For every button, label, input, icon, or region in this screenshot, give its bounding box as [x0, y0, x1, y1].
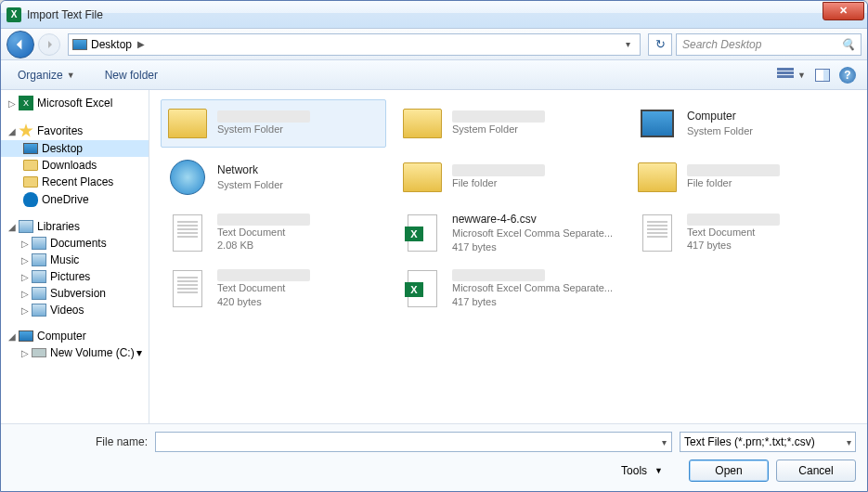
- tree-item-computer[interactable]: ◢Computer: [1, 328, 149, 344]
- tile-sub1: System Folder: [687, 124, 753, 138]
- documents-icon: [32, 237, 46, 250]
- organize-button[interactable]: Organize▼: [12, 65, 81, 85]
- close-button[interactable]: ✕: [823, 2, 864, 20]
- nav-back-button[interactable]: [6, 31, 34, 58]
- onedrive-icon: [23, 192, 38, 207]
- help-button[interactable]: ?: [839, 67, 856, 84]
- tree-item-subversion[interactable]: ▷Subversion: [1, 285, 149, 302]
- tree-item-excel[interactable]: ▷XMicrosoft Excel: [1, 94, 149, 112]
- tree-item-desktop[interactable]: Desktop: [1, 140, 149, 157]
- file-dialog-window: X Import Text File ✕ Desktop ▶ ▾ ↻ Searc…: [0, 0, 868, 492]
- tree-item-videos[interactable]: ▷Videos: [1, 302, 149, 318]
- filename-dropdown[interactable]: ▾: [656, 437, 671, 447]
- tile-sub2: 2.08 KB: [217, 239, 310, 252]
- search-placeholder: Search Desktop: [682, 38, 761, 51]
- tile-meta: ComputerSystem Folder: [687, 109, 753, 137]
- tile-name: [452, 164, 545, 176]
- tile-sub1: Microsoft Excel Comma Separate...: [452, 281, 613, 295]
- open-button[interactable]: Open: [689, 460, 769, 482]
- file-type-filter[interactable]: Text Files (*.prn;*.txt;*.csv)▾: [680, 432, 856, 452]
- titlebar: X Import Text File ✕: [1, 1, 867, 29]
- txt-icon: [165, 269, 210, 308]
- file-tile[interactable]: File folder: [395, 153, 621, 201]
- tile-name: [452, 110, 545, 123]
- tile-name: [687, 164, 780, 176]
- tile-name: Network: [217, 162, 283, 177]
- tree-item-onedrive[interactable]: OneDrive: [1, 190, 149, 209]
- address-location: Desktop: [91, 38, 132, 51]
- file-tile[interactable]: ComputerSystem Folder: [630, 99, 856, 148]
- csv-icon: [400, 269, 445, 308]
- window-title: Import Text File: [27, 8, 103, 21]
- search-icon: 🔍: [841, 38, 855, 51]
- tile-meta: System Folder: [452, 110, 545, 136]
- folder-icon: [23, 160, 38, 171]
- tile-sub2: 417 bytes: [687, 239, 780, 252]
- folder-icon: [32, 287, 46, 300]
- star-icon: [19, 123, 33, 138]
- folder-user-icon: [165, 104, 210, 143]
- tile-sub1: System Folder: [217, 178, 283, 192]
- chevron-down-icon: ▼: [67, 71, 75, 80]
- file-tile[interactable]: Microsoft Excel Comma Separate...417 byt…: [395, 265, 621, 314]
- filename-input[interactable]: [156, 433, 656, 451]
- nav-bar: Desktop ▶ ▾ ↻ Search Desktop 🔍: [1, 29, 867, 60]
- address-dropdown[interactable]: ▾: [620, 39, 636, 49]
- file-tile[interactable]: File folder: [630, 153, 856, 201]
- tile-sub1: System Folder: [452, 123, 545, 136]
- chevron-down-icon[interactable]: ▼: [797, 71, 806, 80]
- folder-icon: [400, 158, 445, 197]
- libraries-icon: [19, 220, 33, 233]
- tree-item-libraries[interactable]: ◢Libraries: [1, 218, 149, 235]
- file-tile[interactable]: newware-4-6.csvMicrosoft Excel Comma Sep…: [395, 207, 621, 259]
- desktop-icon: [23, 143, 38, 154]
- tile-meta: File folder: [687, 164, 780, 190]
- file-tile[interactable]: Text Document420 bytes: [161, 265, 386, 314]
- tree-item-favorites[interactable]: ◢Favorites: [1, 122, 149, 140]
- address-bar[interactable]: Desktop ▶ ▾: [68, 33, 641, 56]
- preview-pane-button[interactable]: [815, 69, 830, 82]
- cancel-button[interactable]: Cancel: [776, 460, 856, 482]
- tile-meta: System Folder: [217, 110, 310, 136]
- tree-item-music[interactable]: ▷Music: [1, 252, 149, 268]
- tile-sub1: Text Document: [217, 226, 310, 240]
- nav-forward-button[interactable]: [38, 33, 60, 56]
- refresh-button[interactable]: ↻: [648, 33, 672, 56]
- tile-sub1: File folder: [452, 176, 545, 190]
- tile-name: [217, 269, 310, 281]
- view-mode-button[interactable]: [777, 68, 794, 83]
- tile-meta: Microsoft Excel Comma Separate...417 byt…: [452, 269, 613, 309]
- new-folder-button[interactable]: New folder: [99, 65, 163, 85]
- nav-tree: ▷XMicrosoft Excel ◢Favorites Desktop Dow…: [1, 90, 149, 423]
- file-tile[interactable]: System Folder: [161, 99, 386, 148]
- excel-icon: X: [6, 7, 21, 22]
- tree-item-downloads[interactable]: Downloads: [1, 157, 149, 174]
- file-list: System FolderSystem FolderComputerSystem…: [149, 90, 867, 423]
- search-input[interactable]: Search Desktop 🔍: [676, 33, 862, 56]
- chevron-down-icon: ▾: [847, 437, 851, 447]
- tree-item-drive-c[interactable]: ▷New Volume (C:)▾: [1, 344, 149, 361]
- file-tile[interactable]: Text Document417 bytes: [630, 207, 856, 259]
- csv-icon: [400, 214, 445, 252]
- tree-item-documents[interactable]: ▷Documents: [1, 235, 149, 252]
- file-tile[interactable]: System Folder: [395, 99, 621, 148]
- tree-item-pictures[interactable]: ▷Pictures: [1, 268, 149, 285]
- excel-icon: X: [19, 96, 33, 110]
- tile-meta: File folder: [452, 164, 545, 190]
- folder-user-icon: [400, 104, 445, 143]
- arrow-left-icon: [14, 38, 27, 51]
- computer-icon: [19, 330, 33, 342]
- file-tile[interactable]: NetworkSystem Folder: [161, 153, 386, 201]
- tile-name: newware-4-6.csv: [452, 212, 613, 227]
- file-tile[interactable]: Text Document2.08 KB: [161, 207, 386, 259]
- tile-name: Computer: [687, 109, 753, 123]
- folder-icon: [23, 176, 38, 188]
- txt-icon: [165, 214, 210, 252]
- tile-meta: Text Document420 bytes: [217, 269, 310, 309]
- tools-button[interactable]: Tools▼: [621, 464, 663, 477]
- tile-sub1: System Folder: [217, 123, 310, 136]
- music-icon: [32, 253, 46, 266]
- tree-item-recent[interactable]: Recent Places: [1, 174, 149, 190]
- toolbar: Organize▼ New folder ▼ ?: [1, 60, 867, 90]
- tile-sub2: 417 bytes: [452, 295, 613, 309]
